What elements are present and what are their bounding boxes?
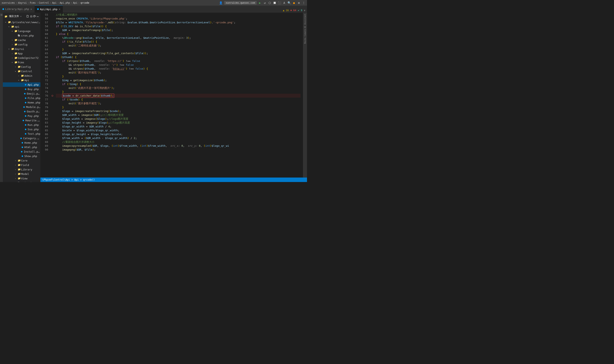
folder-icon: 📁 — [14, 52, 17, 55]
sidebar-item-codeigniter[interactable]: › 📁 CodeIgniter72 — [3, 56, 40, 60]
code-content[interactable]: //生成二维码图片 require_once CMSPATH.'Library/… — [54, 13, 301, 178]
circle-icon[interactable]: ● — [292, 1, 296, 4]
item-label: Config — [21, 65, 31, 68]
domain-label[interactable]: xunruicms.qwesec.com — [224, 1, 257, 5]
code-line-77: if (!$code) { — [56, 98, 301, 102]
sidebar-item-home[interactable]: ● Home.php — [3, 100, 40, 105]
item-label: App — [18, 52, 23, 55]
code-line-88: //重新组合图片并调整大小 — [56, 140, 301, 144]
tab-close-icon[interactable]: × — [30, 8, 32, 11]
sidebar-item-rewrite[interactable]: ● Rewrite.php — [3, 118, 40, 123]
code-line-83: $logo_height = imagesy($logo);//logo图片高度 — [56, 121, 301, 125]
translate-icon[interactable]: A — [283, 1, 286, 4]
grid-icon[interactable]: ⬡ — [268, 1, 271, 4]
sidebar-item-test[interactable]: ● Test.php — [3, 131, 40, 136]
sidebar-item-oauth[interactable]: ● Oauth.php — [3, 109, 40, 114]
sidebar: 📁 项目文件 ▾ 🗋 ⊟ ⟳ — ▾ 📁 /private/var/www/ht… — [3, 13, 40, 182]
item-label: View — [21, 177, 27, 180]
sidebar-item-buy[interactable]: ● Buy.php — [3, 87, 40, 91]
sidebar-item-fcms[interactable]: ▾ 📁 Fcms — [3, 60, 40, 65]
sidebar-item-view[interactable]: › 📁 View — [3, 176, 40, 181]
sidebar-item-sso[interactable]: ● Sso.php — [3, 127, 40, 131]
main-layout: 组 组 📁 项目文件 ▾ 🗋 ⊟ ⟳ — ▾ — [0, 13, 307, 182]
code-line-87: $from_width = ($QR_width - $logo_qr_widt… — [56, 136, 301, 140]
search-icon[interactable]: 🔍 — [288, 1, 291, 4]
layout-icon[interactable]: 🔲 — [273, 1, 276, 4]
sidebar-item-install[interactable]: ● Install.php — [3, 149, 40, 154]
box-icon[interactable]: ⬛ — [278, 1, 281, 4]
item-label: Library — [21, 168, 32, 171]
breadcrumb-item[interactable]: Control — [39, 1, 49, 4]
chevron-icon: › — [14, 164, 17, 166]
item-label: Emoji.php — [27, 92, 40, 95]
settings-icon[interactable]: ⚙ — [297, 1, 301, 4]
new-file-icon[interactable]: 🗋 — [26, 14, 29, 18]
folder-icon: 📁 — [17, 159, 21, 162]
warning-count[interactable]: ▲ 16 — [283, 9, 289, 12]
item-label: Core — [21, 159, 27, 162]
sidebar-item-run[interactable]: ● Run.php — [3, 123, 40, 127]
sidebar-item-ctrl-home[interactable]: ● Home.php — [3, 140, 40, 145]
sidebar-item-pay[interactable]: ● Pay.php — [3, 114, 40, 118]
sidebar-item-config[interactable]: › 📁 config — [3, 42, 40, 47]
sidebar-item-admin[interactable]: › 📁 Admin — [3, 73, 40, 78]
refresh-tree-icon[interactable]: ⟳ — [33, 14, 36, 18]
php-class-icon: ● — [23, 110, 27, 113]
sidebar-item-init[interactable]: 🐘 Init.php — [3, 181, 40, 182]
ok-count[interactable]: ✔ 9 — [298, 9, 302, 12]
sidebar-item-fcms-config[interactable]: › 📁 Config — [3, 65, 40, 69]
breadcrumb-item[interactable]: Api — [73, 1, 78, 4]
code-line-56: require_once CMSPATH.'Library/Phpqrcode.… — [56, 17, 301, 21]
sidebar-item-emoji[interactable]: ● Emoji.php — [3, 91, 40, 96]
baidu-comate-label[interactable]: Baidu Comate — [304, 29, 306, 44]
expand-icon[interactable]: ∨ — [304, 9, 305, 12]
menu-icon[interactable]: ⋮ — [302, 1, 305, 4]
tab-library-api[interactable]: Library/Api.php × — [0, 5, 35, 13]
ai-assistant-label[interactable]: AI Assistant — [304, 13, 306, 28]
breadcrumb-item[interactable]: Api.php — [60, 1, 70, 4]
left-activity-bar: 组 组 — [0, 13, 3, 182]
sidebar-item-api-php[interactable]: ● Api.php — [3, 82, 40, 87]
sidebar-item-control[interactable]: ▾ 📁 Control — [3, 69, 40, 73]
code-line-58: if (!IS_DEV && is_file($file)) { — [56, 24, 301, 28]
sidebar-item-model[interactable]: › 📁 Model — [3, 172, 40, 176]
tab-api-api[interactable]: Api/Api.php × — [35, 5, 63, 13]
folder-icon: 📁 — [17, 172, 21, 176]
breadcrumb-item[interactable]: Api — [52, 1, 57, 4]
run-icon[interactable]: ▶ — [258, 1, 262, 4]
sidebar-item-language[interactable]: ▾ 📁 language — [3, 29, 40, 33]
chevron-icon: ▾ — [11, 30, 14, 32]
php-class-icon: ● — [24, 101, 27, 104]
breadcrumb-item[interactable]: dayrui — [18, 1, 27, 4]
collapse-icon[interactable]: ⊟ — [30, 14, 32, 18]
sidebar-item-module[interactable]: ● Module.php — [3, 105, 40, 109]
sidebar-item-api[interactable]: ▾ 📁 api — [3, 24, 40, 29]
sidebar-item-cron[interactable]: 🐘 cron.php — [3, 33, 40, 38]
chevron-down-icon[interactable]: ▾ — [20, 15, 22, 17]
sidebar-item-cache[interactable]: › 📁 cache — [3, 38, 40, 42]
sidebar-item-html[interactable]: ● Html.php — [3, 145, 40, 149]
item-label: Fcms — [18, 61, 24, 64]
user-icon[interactable]: 👤 — [219, 1, 223, 4]
sidebar-item-app[interactable]: › 📁 App — [3, 51, 40, 56]
sidebar-item-field[interactable]: › 📁 Field — [3, 163, 40, 167]
tab-close-icon[interactable]: × — [59, 8, 60, 11]
breadcrumb-item[interactable]: Fcms — [30, 1, 36, 4]
refresh-icon[interactable]: ↺ — [263, 1, 267, 4]
sidebar-item-file[interactable]: ● File.php — [3, 96, 40, 100]
breadcrumb-item active[interactable]: qrcode — [80, 1, 89, 4]
sidebar-item-category[interactable]: ● Category.php — [3, 136, 40, 140]
tree-root[interactable]: ▾ 📁 /private/var/www/html/xunruicms — [3, 20, 40, 24]
chevron-icon: › — [11, 52, 14, 55]
sidebar-item-api-folder[interactable]: ▾ 📁 Api — [3, 78, 40, 82]
error-count[interactable]: ✖ 64 — [290, 9, 296, 12]
sidebar-item-dayrui[interactable]: ▾ 📁 dayrui — [3, 47, 40, 51]
sidebar-item-library[interactable]: › 📁 Library — [3, 167, 40, 172]
code-line-62: if (!is_file($file)) { — [56, 40, 301, 44]
sidebar-item-core[interactable]: › 📁 Core — [3, 158, 40, 163]
filter-icon[interactable]: — — [37, 14, 39, 18]
breadcrumb-item[interactable]: xunruicms — [2, 1, 15, 4]
sidebar-item-show[interactable]: ● Show.php — [3, 154, 40, 158]
code-line-67: if (strpos($thumb, needle: 'https://') !… — [56, 59, 301, 63]
item-label: Field — [21, 164, 29, 167]
